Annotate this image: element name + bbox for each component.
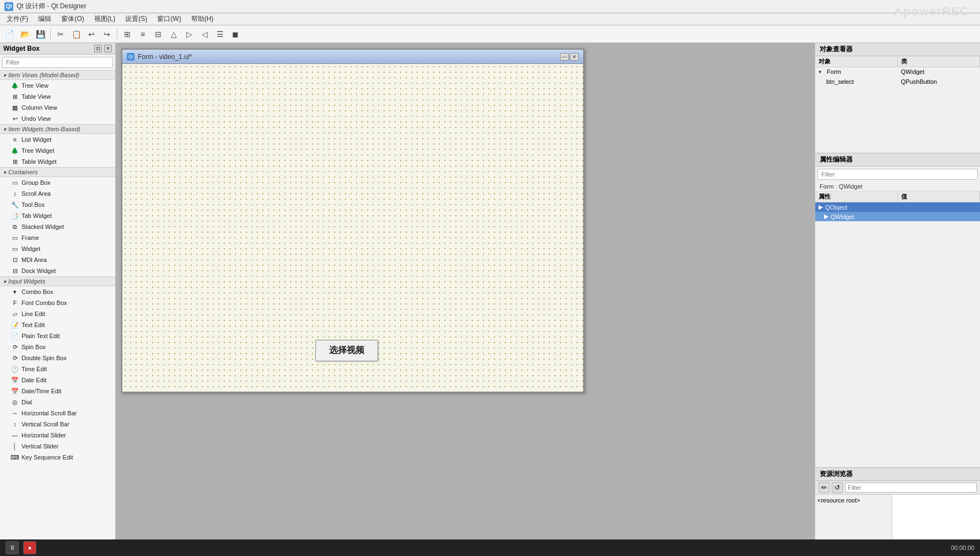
object-tree: 对象 类 ▾ Form QWidget btn_select QPushButt… — [815, 56, 980, 87]
resource-refresh-btn[interactable]: ↺ — [832, 482, 843, 493]
object-row-btn[interactable]: btn_select QPushButton — [815, 77, 980, 87]
widget-item-table-view[interactable]: ⊞ Table View — [0, 91, 115, 102]
h-slider-icon: — — [11, 431, 19, 439]
title-bar: Qt Qt 设计师 - Qt Designer — [0, 0, 980, 13]
canvas-area: Qt Form - video_1.ui* — ✕ 选择视频 — [116, 43, 815, 556]
object-col-name: 对象 — [815, 56, 898, 67]
prop-section-qwidget[interactable]: ▶ QWidget — [815, 212, 980, 221]
property-filter-input[interactable] — [817, 169, 978, 180]
resource-filter-input[interactable] — [845, 483, 977, 493]
widget-item-combo-box[interactable]: ▾ Combo Box — [0, 286, 115, 297]
menu-bar: 文件(F) 编辑 窗体(O) 视图(L) 设置(S) 窗口(W) 帮助(H) — [0, 13, 980, 25]
widget-item-plain-text-edit[interactable]: 📄 Plain Text Edit — [0, 330, 115, 341]
toolbar-layout1[interactable]: ⊞ — [120, 27, 134, 41]
widget-item-mdi-area[interactable]: ⊡ MDI Area — [0, 254, 115, 265]
prop-col-key: 属性 — [815, 191, 898, 202]
resource-browser-header: 资源浏览器 — [815, 468, 980, 481]
widget-item-double-spin-box[interactable]: ⟳ Double Spin Box — [0, 352, 115, 363]
widget-item-tree-widget[interactable]: 🌲 Tree Widget — [0, 145, 115, 156]
widget-item-dock-widget[interactable]: ⊟ Dock Widget — [0, 265, 115, 276]
object-row-form[interactable]: ▾ Form QWidget — [815, 67, 980, 77]
resource-edit-btn[interactable]: ✏ — [819, 482, 830, 493]
form-minimize-btn[interactable]: — — [560, 53, 569, 61]
toolbar-settings[interactable]: ☰ — [213, 27, 227, 41]
taskbar-time: 00:00:00 — [951, 544, 974, 551]
toolbar-new[interactable]: 📄 — [2, 27, 17, 41]
widget-item-v-scroll-bar[interactable]: ↕ Vertical Scroll Bar — [0, 419, 115, 430]
panel-close-icon[interactable]: ✕ — [104, 45, 112, 52]
column-view-icon: ▦ — [11, 104, 19, 111]
mdi-area-icon: ⊡ — [11, 256, 19, 264]
taskbar-rec-btn[interactable]: ● — [23, 541, 36, 554]
widget-item-time-edit[interactable]: 🕐 Time Edit — [0, 363, 115, 375]
toolbar-stop[interactable]: ◼ — [228, 27, 243, 41]
undo-view-icon: ↩ — [11, 115, 19, 122]
widget-item-dial[interactable]: ◎ Dial — [0, 397, 115, 408]
toolbar-cut[interactable]: ✂ — [53, 27, 68, 41]
widget-item-line-edit[interactable]: ▱ Line Edit — [0, 308, 115, 319]
widget-item-undo-view[interactable]: ↩ Undo View — [0, 113, 115, 124]
toolbar-layout2[interactable]: ≡ — [136, 27, 150, 41]
toolbar-layout4[interactable]: △ — [166, 27, 181, 41]
widget-item-key-seq-edit[interactable]: ⌨ Key Sequence Edit — [0, 452, 115, 463]
widget-item-font-combo-box[interactable]: F Font Combo Box — [0, 297, 115, 308]
category-input-widgets[interactable]: Input Widgets — [0, 276, 115, 286]
toolbar-save[interactable]: 💾 — [33, 27, 47, 41]
tool-box-icon: 🔧 — [11, 201, 19, 209]
toolbar-undo[interactable]: ↩ — [84, 27, 99, 41]
category-containers[interactable]: Containers — [0, 167, 115, 177]
menu-file[interactable]: 文件(F) — [2, 13, 33, 25]
taskbar-pause-btn[interactable]: ⏸ — [6, 541, 19, 554]
widget-item-datetime-edit[interactable]: 📅 Date/Time Edit — [0, 386, 115, 397]
widget-item-v-slider[interactable]: │ Vertical Slider — [0, 441, 115, 452]
main-layout: Widget Box ⊡ ✕ Item Views (Model-Based) … — [0, 43, 980, 556]
widget-item-scroll-area[interactable]: ↕ Scroll Area — [0, 188, 115, 199]
prop-col-header: 属性 值 — [815, 191, 980, 202]
tree-view-icon: 🌲 — [11, 82, 19, 89]
group-box-icon: ▭ — [11, 179, 19, 186]
menu-edit[interactable]: 编辑 — [34, 13, 56, 25]
form-canvas[interactable]: 选择视频 — [122, 64, 583, 392]
prop-col-val: 值 — [898, 191, 981, 202]
menu-settings[interactable]: 设置(S) — [121, 13, 152, 25]
scroll-area-icon: ↕ — [11, 190, 19, 197]
widget-filter-input[interactable] — [2, 57, 113, 68]
widget-item-tab-widget[interactable]: 📑 Tab Widget — [0, 210, 115, 221]
key-seq-edit-icon: ⌨ — [11, 453, 19, 461]
widget-item-h-slider[interactable]: — Horizontal Slider — [0, 430, 115, 441]
form-icon: Qt — [127, 53, 134, 61]
widget-item-table-widget[interactable]: ⊞ Table Widget — [0, 156, 115, 167]
menu-help[interactable]: 帮助(H) — [187, 13, 218, 25]
widget-item-frame[interactable]: ▭ Frame — [0, 232, 115, 243]
object-inspector-header: 对象查看器 — [815, 43, 980, 56]
prop-section-qobject[interactable]: ▶ QObject — [815, 202, 980, 212]
menu-window[interactable]: 窗口(W) — [153, 13, 185, 25]
widget-item-tool-box[interactable]: 🔧 Tool Box — [0, 199, 115, 210]
select-video-button[interactable]: 选择视频 — [315, 340, 378, 361]
category-item-views[interactable]: Item Views (Model-Based) — [0, 70, 115, 80]
toolbar-open[interactable]: 📂 — [18, 27, 32, 41]
widget-item-group-box[interactable]: ▭ Group Box — [0, 177, 115, 188]
form-title-bar: Qt Form - video_1.ui* — ✕ — [122, 50, 583, 64]
widget-item-column-view[interactable]: ▦ Column View — [0, 102, 115, 113]
stacked-widget-icon: ⧉ — [11, 223, 19, 231]
menu-form[interactable]: 窗体(O) — [57, 13, 88, 25]
form-close-btn[interactable]: ✕ — [570, 53, 579, 61]
widget-item-widget[interactable]: ▭ Widget — [0, 243, 115, 254]
widget-item-list-widget[interactable]: ≡ List Widget — [0, 134, 115, 145]
widget-item-tree-view[interactable]: 🌲 Tree View — [0, 80, 115, 91]
widget-item-text-edit[interactable]: 📝 Text Edit — [0, 319, 115, 330]
property-form-label: Form : QWidget — [815, 182, 980, 191]
toolbar-redo[interactable]: ↪ — [100, 27, 114, 41]
toolbar-layout6[interactable]: ◁ — [197, 27, 212, 41]
menu-view[interactable]: 视图(L) — [90, 13, 120, 25]
widget-item-date-edit[interactable]: 📅 Date Edit — [0, 375, 115, 386]
panel-float-icon[interactable]: ⊡ — [94, 45, 102, 52]
widget-item-h-scroll-bar[interactable]: ↔ Horizontal Scroll Bar — [0, 408, 115, 419]
category-item-widgets[interactable]: Item Widgets (Item-Based) — [0, 124, 115, 134]
toolbar-layout5[interactable]: ▷ — [182, 27, 196, 41]
toolbar-copy[interactable]: 📋 — [69, 27, 83, 41]
toolbar-layout3[interactable]: ⊟ — [151, 27, 165, 41]
widget-item-stacked-widget[interactable]: ⧉ Stacked Widget — [0, 221, 115, 232]
widget-item-spin-box[interactable]: ⟳ Spin Box — [0, 341, 115, 352]
